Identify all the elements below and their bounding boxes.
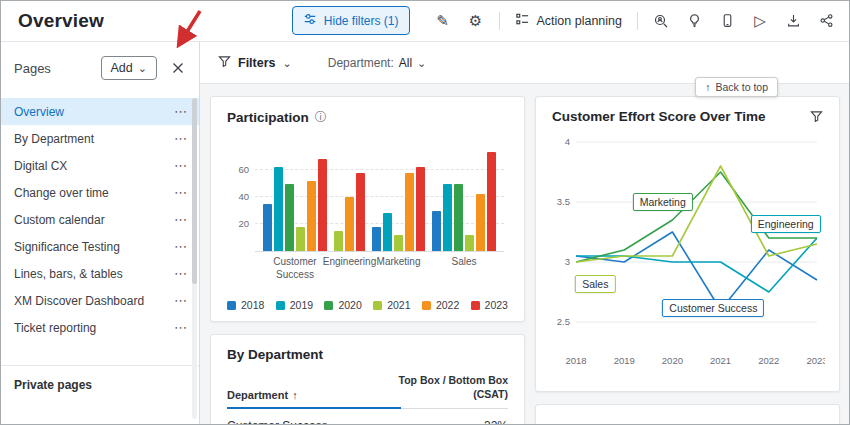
participation-legend: 201820192020202120222023 bbox=[227, 299, 508, 311]
bar-2020[interactable] bbox=[285, 184, 294, 252]
table-row[interactable]: Customer Success 32% bbox=[227, 409, 508, 425]
bar-2021[interactable] bbox=[296, 227, 305, 251]
edit-dashboard-icon[interactable]: ✎ bbox=[433, 10, 453, 32]
sorted-column-indicator bbox=[227, 407, 401, 409]
user-search-icon[interactable] bbox=[651, 10, 671, 32]
participation-plot: 204060Customer SuccessEngineeringMarketi… bbox=[255, 144, 504, 252]
filters-label: Filters bbox=[238, 56, 276, 70]
column-header-department[interactable]: Department ↑ bbox=[227, 389, 298, 401]
page-item-label: Custom calendar bbox=[14, 213, 168, 227]
action-planning-button[interactable]: Action planning bbox=[513, 12, 624, 30]
hide-filters-button[interactable]: Hide filters (1) bbox=[292, 6, 410, 35]
bar-2021[interactable] bbox=[334, 231, 343, 251]
legend-item-2023[interactable]: 2023 bbox=[471, 299, 508, 311]
bar-2019[interactable] bbox=[274, 167, 283, 251]
action-planning-label: Action planning bbox=[537, 14, 622, 28]
idea-lightbulb-icon[interactable] bbox=[684, 10, 704, 32]
bar-2022[interactable] bbox=[476, 194, 485, 251]
page-item-label: By Department bbox=[14, 132, 168, 146]
info-icon[interactable]: ⓘ bbox=[315, 109, 327, 126]
bar-2023[interactable] bbox=[318, 159, 327, 251]
bar-2019[interactable] bbox=[443, 184, 452, 252]
by-department-card-title: By Department bbox=[227, 347, 323, 362]
sidebar-item-by-department[interactable]: By Department ⋯ bbox=[0, 125, 199, 152]
page-title: Overview bbox=[18, 10, 104, 32]
sidebar-item-lines-bars-tables[interactable]: Lines, bars, & tables ⋯ bbox=[0, 260, 199, 287]
bar-2022[interactable] bbox=[307, 181, 316, 251]
department-filter[interactable]: Department: All ⌄ bbox=[328, 56, 427, 70]
bar-2021[interactable] bbox=[465, 235, 474, 251]
series-label-sales[interactable]: Sales bbox=[575, 275, 615, 293]
sidebar-scrollbar-thumb[interactable] bbox=[192, 98, 197, 284]
add-page-button[interactable]: Add ⌄ bbox=[101, 56, 157, 80]
legend-swatch bbox=[373, 301, 382, 310]
legend-item-2019[interactable]: 2019 bbox=[276, 299, 313, 311]
series-label-marketing[interactable]: Marketing bbox=[633, 193, 693, 211]
hide-filters-label: Hide filters (1) bbox=[324, 14, 399, 28]
sidebar-item-xm-discover-dashboard[interactable]: XM Discover Dashboard ⋯ bbox=[0, 287, 199, 314]
filter-sliders-icon bbox=[303, 12, 317, 29]
sidebar-item-significance-testing[interactable]: Significance Testing ⋯ bbox=[0, 233, 199, 260]
sidebar-item-ticket-reporting[interactable]: Ticket reporting ⋯ bbox=[0, 314, 199, 341]
dashboard-content: Filters ⌄ Department: All ⌄ ↑ Back to to… bbox=[200, 42, 850, 425]
series-label-customer-success[interactable]: Customer Success bbox=[662, 299, 764, 317]
more-menu-icon[interactable]: ⋯ bbox=[168, 293, 187, 308]
more-menu-icon[interactable]: ⋯ bbox=[168, 212, 187, 227]
share-icon[interactable] bbox=[816, 10, 836, 32]
column-header-topbox[interactable]: Top Box / Bottom Box (CSAT) bbox=[388, 374, 508, 401]
bar-2021[interactable] bbox=[394, 235, 403, 251]
top-header: Overview Hide filters (1) ✎ ⚙ Action pla… bbox=[0, 0, 850, 42]
chevron-down-icon: ⌄ bbox=[138, 64, 147, 72]
effort-filter-funnel-icon[interactable] bbox=[810, 110, 823, 123]
series-label-engineering[interactable]: Engineering bbox=[751, 215, 821, 233]
chevron-down-icon: ⌄ bbox=[283, 59, 292, 67]
legend-swatch bbox=[324, 301, 333, 310]
bar-2023[interactable] bbox=[356, 173, 365, 251]
more-menu-icon[interactable]: ⋯ bbox=[168, 131, 187, 146]
more-menu-icon[interactable]: ⋯ bbox=[168, 266, 187, 281]
settings-gear-icon[interactable]: ⚙ bbox=[466, 10, 486, 32]
download-export-icon[interactable] bbox=[783, 10, 803, 32]
bar-2020[interactable] bbox=[454, 184, 463, 252]
sidebar-scrollbar[interactable] bbox=[192, 98, 197, 419]
more-menu-icon[interactable]: ⋯ bbox=[168, 320, 187, 335]
legend-swatch bbox=[422, 301, 431, 310]
bar-2018[interactable] bbox=[263, 204, 272, 251]
legend-item-2021[interactable]: 2021 bbox=[373, 299, 410, 311]
unpin-sidebar-icon[interactable] bbox=[169, 59, 187, 77]
bar-ytick-label: 20 bbox=[229, 218, 249, 229]
sidebar-item-custom-calendar[interactable]: Custom calendar ⋯ bbox=[0, 206, 199, 233]
bar-group-engineering: Engineering bbox=[334, 173, 365, 251]
sidebar-item-change-over-time[interactable]: Change over time ⋯ bbox=[0, 179, 199, 206]
sidebar-item-digital-cx[interactable]: Digital CX ⋯ bbox=[0, 152, 199, 179]
legend-label: 2018 bbox=[241, 299, 264, 311]
bar-2022[interactable] bbox=[405, 173, 414, 251]
more-menu-icon[interactable]: ⋯ bbox=[168, 104, 187, 119]
pencil-icon: ✎ bbox=[436, 12, 449, 30]
bar-2023[interactable] bbox=[487, 152, 496, 251]
bar-group-customer-success: Customer Success bbox=[263, 159, 327, 251]
bar-2018[interactable] bbox=[372, 227, 381, 251]
play-icon[interactable]: ▷ bbox=[750, 10, 770, 32]
bar-2023[interactable] bbox=[416, 167, 425, 251]
mobile-preview-icon[interactable] bbox=[717, 10, 737, 32]
bar-2022[interactable] bbox=[345, 197, 354, 251]
more-menu-icon[interactable]: ⋯ bbox=[168, 158, 187, 173]
legend-label: 2023 bbox=[485, 299, 508, 311]
legend-item-2020[interactable]: 2020 bbox=[324, 299, 361, 311]
legend-label: 2021 bbox=[387, 299, 410, 311]
department-filter-label: Department: bbox=[328, 56, 394, 70]
more-menu-icon[interactable]: ⋯ bbox=[168, 185, 187, 200]
more-menu-icon[interactable]: ⋯ bbox=[168, 239, 187, 254]
legend-item-2022[interactable]: 2022 bbox=[422, 299, 459, 311]
effort-chart-svg: 2.533.54201820192020202120222023 bbox=[552, 128, 825, 372]
department-column-label: Department bbox=[227, 389, 288, 401]
page-item-label: Digital CX bbox=[14, 159, 168, 173]
filters-dropdown[interactable]: Filters ⌄ bbox=[218, 54, 292, 72]
bar-2018[interactable] bbox=[432, 211, 441, 252]
action-planning-icon bbox=[515, 12, 530, 30]
back-to-top-button[interactable]: ↑ Back to top bbox=[695, 77, 778, 97]
bar-2019[interactable] bbox=[383, 213, 392, 251]
sidebar-item-overview[interactable]: Overview ⋯ bbox=[0, 98, 199, 125]
legend-item-2018[interactable]: 2018 bbox=[227, 299, 264, 311]
